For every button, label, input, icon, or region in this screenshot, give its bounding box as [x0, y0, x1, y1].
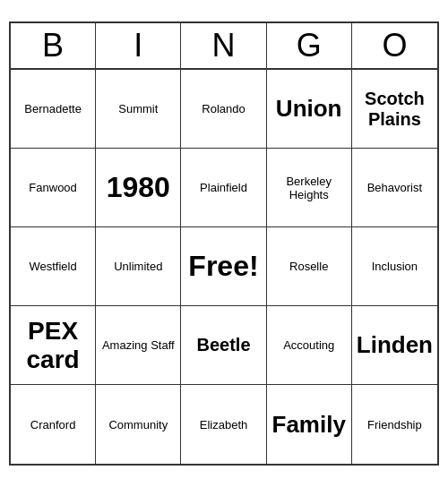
bingo-cell: Union [267, 70, 352, 149]
header-letter: O [352, 23, 437, 68]
bingo-cell: PEX card [11, 306, 96, 385]
bingo-cell: Linden [352, 306, 437, 385]
bingo-cell: Free! [181, 227, 266, 306]
bingo-cell: Elizabeth [181, 385, 266, 464]
bingo-card: BINGO BernadetteSummitRolandoUnionScotch… [9, 21, 439, 466]
bingo-cell: Amazing Staff [96, 306, 181, 385]
bingo-header: BINGO [11, 23, 437, 70]
bingo-cell: Bernadette [11, 70, 96, 149]
bingo-cell: Friendship [352, 385, 437, 464]
header-letter: N [181, 23, 266, 68]
bingo-cell: Community [96, 385, 181, 464]
bingo-cell: Accouting [267, 306, 352, 385]
bingo-grid: BernadetteSummitRolandoUnionScotch Plain… [11, 70, 437, 464]
bingo-cell: Inclusion [352, 227, 437, 306]
bingo-cell: Fanwood [11, 149, 96, 227]
header-letter: I [96, 23, 181, 68]
bingo-cell: 1980 [96, 149, 181, 227]
bingo-cell: Family [267, 385, 352, 464]
header-letter: G [267, 23, 352, 68]
bingo-cell: Behavorist [352, 149, 437, 227]
bingo-cell: Rolando [181, 70, 266, 149]
bingo-cell: Roselle [267, 227, 352, 306]
bingo-cell: Berkeley Heights [267, 149, 352, 227]
bingo-cell: Plainfield [181, 149, 266, 227]
header-letter: B [11, 23, 96, 68]
bingo-cell: Scotch Plains [352, 70, 437, 149]
bingo-cell: Cranford [11, 385, 96, 464]
bingo-cell: Unlimited [96, 227, 181, 306]
bingo-cell: Westfield [11, 227, 96, 306]
bingo-cell: Beetle [181, 306, 266, 385]
bingo-cell: Summit [96, 70, 181, 149]
